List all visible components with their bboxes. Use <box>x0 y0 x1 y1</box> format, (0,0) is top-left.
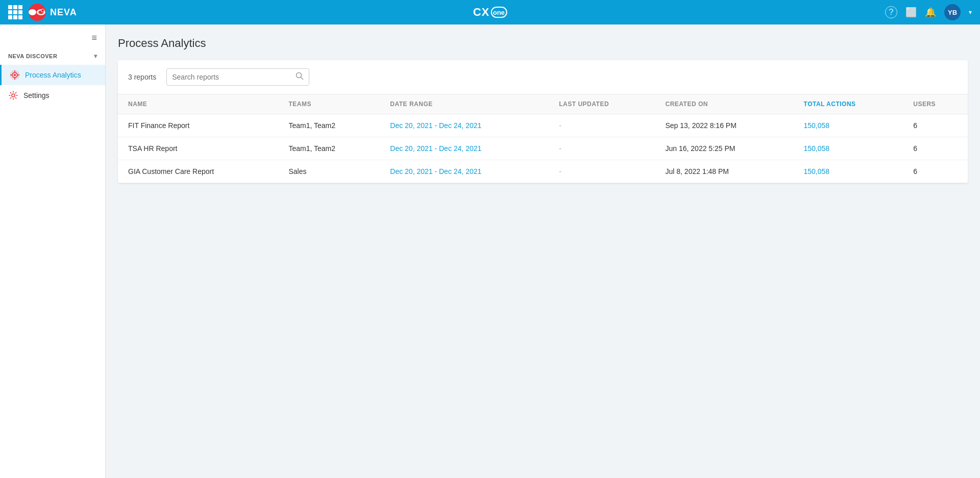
reports-table: NAME TEAMS DATE RANGE LAST UPDATED CREAT… <box>118 94 968 183</box>
col-header-name: NAME <box>118 94 278 114</box>
cell-total-actions-2: 150,058 <box>794 160 903 183</box>
search-container <box>166 68 309 86</box>
cell-teams-2: Sales <box>278 160 380 183</box>
help-icon[interactable]: ? <box>885 6 897 18</box>
col-header-created-on: CREATED ON <box>655 94 794 114</box>
table-body: FIT Finance Report Team1, Team2 Dec 20, … <box>118 114 968 183</box>
cell-teams-1: Team1, Team2 <box>278 137 380 160</box>
cell-name-0: FIT Finance Report <box>118 114 278 137</box>
sidebar-toggle[interactable]: ≡ <box>0 29 105 47</box>
cell-name-1: TSA HR Report <box>118 137 278 160</box>
reports-panel: 3 reports NAME TEAMS <box>118 60 968 183</box>
col-header-date-range: DATE RANGE <box>380 94 549 114</box>
search-input[interactable] <box>172 73 291 81</box>
svg-point-2 <box>41 9 44 12</box>
nav-center: CX one <box>473 6 507 19</box>
table-row[interactable]: GIA Customer Care Report Sales Dec 20, 2… <box>118 160 968 183</box>
col-header-users: USERS <box>903 94 968 114</box>
logo-area: NEVA <box>29 4 77 21</box>
cell-users-2: 6 <box>903 160 968 183</box>
cell-users-1: 6 <box>903 137 968 160</box>
reports-count: 3 reports <box>128 73 156 81</box>
reports-toolbar: 3 reports <box>118 60 968 94</box>
sidebar-section-chevron: ▾ <box>94 53 97 60</box>
cell-users-0: 6 <box>903 114 968 137</box>
bell-icon[interactable]: 🔔 <box>925 7 936 18</box>
cell-total-actions-1: 150,058 <box>794 137 903 160</box>
sidebar-section-header[interactable]: NEVA DISCOVER ▾ <box>0 47 105 65</box>
sidebar: ≡ NEVA DISCOVER ▾ Process Analytics <box>0 24 106 478</box>
cxone-text: CX <box>473 6 490 19</box>
cell-date-range-2: Dec 20, 2021 - Dec 24, 2021 <box>380 160 549 183</box>
table-row[interactable]: FIT Finance Report Team1, Team2 Dec 20, … <box>118 114 968 137</box>
cxone-logo: CX one <box>473 6 507 19</box>
col-header-last-updated: LAST UPDATED <box>549 94 655 114</box>
sidebar-item-label-settings: Settings <box>23 91 50 99</box>
table-row[interactable]: TSA HR Report Team1, Team2 Dec 20, 2021 … <box>118 137 968 160</box>
search-icon <box>296 72 304 82</box>
sidebar-item-settings[interactable]: Settings <box>0 85 105 106</box>
cell-name-2: GIA Customer Care Report <box>118 160 278 183</box>
cell-date-range-1: Dec 20, 2021 - Dec 24, 2021 <box>380 137 549 160</box>
nav-right: ? ⬜ 🔔 YB ▾ <box>885 4 972 20</box>
user-avatar[interactable]: YB <box>944 4 961 20</box>
app-layout: ≡ NEVA DISCOVER ▾ Process Analytics <box>0 24 980 478</box>
cxone-one: one <box>493 9 505 16</box>
app-name: NEVA <box>50 7 77 18</box>
cell-created-on-2: Jul 8, 2022 1:48 PM <box>655 160 794 183</box>
cell-created-on-1: Jun 16, 2022 5:25 PM <box>655 137 794 160</box>
page-title: Process Analytics <box>118 37 968 50</box>
cell-total-actions-0: 150,058 <box>794 114 903 137</box>
svg-point-5 <box>14 74 16 76</box>
cell-last-updated-2: - <box>549 160 655 183</box>
cell-date-range-0: Dec 20, 2021 - Dec 24, 2021 <box>380 114 549 137</box>
sidebar-item-process-analytics[interactable]: Process Analytics <box>0 65 105 85</box>
hamburger-icon: ≡ <box>91 33 97 43</box>
sidebar-section-label: NEVA DISCOVER <box>8 53 57 59</box>
main-content: Process Analytics 3 reports <box>106 24 980 478</box>
settings-icon <box>8 90 18 100</box>
nav-left: NEVA <box>8 4 77 21</box>
table-header: NAME TEAMS DATE RANGE LAST UPDATED CREAT… <box>118 94 968 114</box>
svg-point-10 <box>12 94 15 97</box>
screen-icon[interactable]: ⬜ <box>905 7 917 18</box>
cell-created-on-0: Sep 13, 2022 8:16 PM <box>655 114 794 137</box>
cell-last-updated-0: - <box>549 114 655 137</box>
apps-icon[interactable] <box>8 5 22 19</box>
neva-logo-icon <box>29 4 46 21</box>
svg-line-12 <box>301 78 303 80</box>
cell-last-updated-1: - <box>549 137 655 160</box>
user-menu-chevron[interactable]: ▾ <box>969 9 972 16</box>
top-navigation: NEVA CX one ? ⬜ 🔔 YB ▾ <box>0 0 980 24</box>
col-header-teams: TEAMS <box>278 94 380 114</box>
cxone-cloud-icon: one <box>491 7 507 18</box>
sidebar-item-label-process-analytics: Process Analytics <box>25 71 81 79</box>
process-analytics-icon <box>10 70 20 80</box>
cell-teams-0: Team1, Team2 <box>278 114 380 137</box>
col-header-total-actions: TOTAL ACTIONS <box>794 94 903 114</box>
